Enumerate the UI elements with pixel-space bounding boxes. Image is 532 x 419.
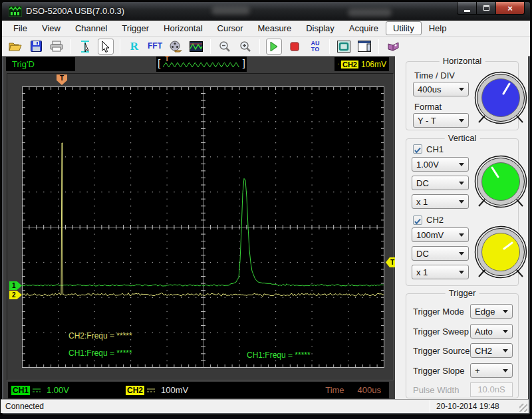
menu-trigger[interactable]: Trigger xyxy=(114,21,156,35)
toolbar-separator xyxy=(259,39,260,54)
pulse-width-input[interactable]: 10.0nS xyxy=(470,382,513,397)
maximize-button[interactable] xyxy=(477,2,495,15)
autoset-button[interactable]: AUTO xyxy=(307,39,323,55)
play-icon xyxy=(269,41,279,52)
vertical-group-title: Vertical xyxy=(445,133,480,143)
ch1-enable-checkbox[interactable] xyxy=(413,144,422,154)
ch1-checkbox-label: CH1 xyxy=(426,144,444,154)
lightning-icon xyxy=(337,59,338,69)
chevron-down-icon xyxy=(459,163,464,166)
help-book-icon xyxy=(387,41,400,52)
format-select[interactable]: Y - T xyxy=(413,113,469,128)
ch2-position-knob[interactable] xyxy=(473,224,529,280)
chevron-down-icon xyxy=(459,182,464,185)
pulse-width-label: Pulse Width xyxy=(413,385,459,395)
menu-measure[interactable]: Measure xyxy=(251,21,299,35)
measurement-readout: CH2:Frequ = ***** xyxy=(68,331,132,341)
menu-horizontal[interactable]: Horizontal xyxy=(156,21,210,35)
time-div-select[interactable]: 400us xyxy=(413,82,469,96)
menu-view[interactable]: View xyxy=(35,21,68,35)
zoom-out-button[interactable] xyxy=(217,39,233,55)
background-blur xyxy=(211,7,250,15)
menu-cursor[interactable]: Cursor xyxy=(210,21,251,35)
ch1-badge: CH1 xyxy=(11,386,30,395)
trigger-group-title: Trigger xyxy=(446,288,479,298)
ch2-coupling-select[interactable]: DC xyxy=(412,246,469,261)
zoom-in-button[interactable] xyxy=(237,39,253,55)
trigger-slope-label: Trigger Slope xyxy=(413,366,465,376)
print-button[interactable] xyxy=(49,39,65,55)
minimize-icon xyxy=(464,10,470,12)
cursor-measure-button[interactable] xyxy=(77,39,93,55)
chevron-down-icon xyxy=(503,349,508,352)
menu-utility[interactable]: Utility xyxy=(386,21,422,35)
reference-button[interactable]: R xyxy=(126,39,142,55)
fft-icon: FFT xyxy=(148,43,162,49)
zoom-out-icon xyxy=(219,41,231,53)
checkmark-icon xyxy=(414,217,422,225)
channel-readout-bar: CH1 1.00V CH2 100mV Time 400us xyxy=(8,382,389,398)
start-button[interactable] xyxy=(266,39,282,55)
menu-help[interactable]: Help xyxy=(422,21,454,35)
ch1-probe-select[interactable]: x 1 xyxy=(412,194,469,209)
ch2-probe-select[interactable]: x 1 xyxy=(412,265,469,279)
ch1-scale-select[interactable]: 1.00V xyxy=(412,157,469,172)
window-layout-button[interactable] xyxy=(356,39,372,55)
pointer-tool-button[interactable] xyxy=(98,39,114,55)
preview-right-bracket: ] xyxy=(243,57,245,69)
ch2-badge: CH2 xyxy=(126,386,144,395)
autoset-icon: AUTO xyxy=(311,41,320,53)
chevron-down-icon xyxy=(503,330,508,333)
trigger-slope-select[interactable]: + xyxy=(470,363,513,378)
printer-icon xyxy=(50,41,63,52)
ch1-position-knob[interactable] xyxy=(473,154,529,210)
ch2-enable-checkbox[interactable] xyxy=(413,215,422,225)
fft-button[interactable]: FFT xyxy=(147,39,163,55)
app-logo-icon xyxy=(9,6,22,17)
close-icon: × xyxy=(507,3,513,13)
toolbar-separator xyxy=(210,39,211,54)
trigger-source-label: Trigger Source xyxy=(413,346,470,356)
menu-display[interactable]: Display xyxy=(299,21,342,35)
ch2-checkbox-label: CH2 xyxy=(426,215,444,225)
zoom-in-icon xyxy=(239,41,251,53)
cursor-measure-icon xyxy=(78,40,92,53)
trigger-mode-select[interactable]: Edge xyxy=(470,304,513,319)
menu-file[interactable]: File xyxy=(6,21,35,35)
save-button[interactable] xyxy=(28,39,44,55)
minimize-button[interactable] xyxy=(457,2,477,15)
window-layout-icon xyxy=(358,41,371,52)
vertical-group: Vertical CH1 1.00V DC x 1 CH2 100mV xyxy=(406,138,519,286)
time-label: Time xyxy=(325,385,344,395)
stop-button[interactable] xyxy=(287,39,303,55)
trigger-mode-label: Trigger Mode xyxy=(413,307,464,317)
waveform-preview-strip[interactable]: [ ] T xyxy=(156,57,247,72)
horizontal-knob[interactable] xyxy=(473,70,529,126)
chevron-down-icon xyxy=(503,369,508,372)
menu-channel[interactable]: Channel xyxy=(68,21,114,35)
ch2-scale-select[interactable]: 100mV xyxy=(412,227,469,242)
title-bar[interactable]: DSO-5200A USB(7.0.0.3) × xyxy=(2,2,530,21)
record-button[interactable] xyxy=(168,39,184,55)
trigger-sweep-select[interactable]: Auto xyxy=(470,324,513,339)
open-file-button[interactable] xyxy=(7,39,23,55)
toolbar-separator xyxy=(329,39,330,54)
close-button[interactable]: × xyxy=(495,2,525,15)
timebase-readout: Time 400us xyxy=(325,385,381,395)
menu-bar: File View Channel Trigger Horizontal Cur… xyxy=(2,21,530,37)
trigger-channel-badge: CH2 xyxy=(341,61,358,69)
checkmark-icon xyxy=(414,146,422,154)
chevron-down-icon xyxy=(503,310,508,313)
full-screen-button[interactable] xyxy=(336,39,352,55)
waveform-display-button[interactable] xyxy=(188,39,204,55)
full-screen-icon xyxy=(337,41,350,53)
ch1-coupling-select[interactable]: DC xyxy=(412,176,469,190)
pointer-icon xyxy=(101,41,110,53)
scope-display[interactable]: CH2:Frequ = *****CH1:Frequ = *****CH1:Fr… xyxy=(22,86,384,368)
horizontal-group: Horizontal Time / DIV 400us Format Y - T xyxy=(406,61,519,130)
menu-acquire[interactable]: Acquire xyxy=(342,21,386,35)
help-button[interactable] xyxy=(385,39,401,55)
trigger-source-select[interactable]: CH2 xyxy=(470,343,513,358)
window-title: DSO-5200A USB(7.0.0.3) xyxy=(26,6,124,16)
dc-coupling-icon xyxy=(32,387,41,394)
